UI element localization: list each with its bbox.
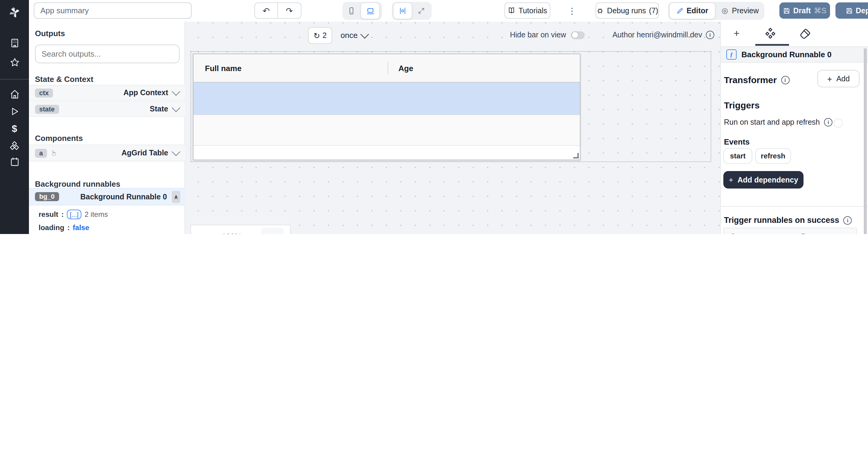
outputs-title: Outputs [35, 29, 65, 38]
editor-tab-label: Editor [687, 7, 708, 15]
app-summary-input[interactable] [34, 2, 192, 19]
debug-runs-label: Debug runs [607, 6, 646, 15]
editor-preview-toggle: Editor Preview [668, 2, 764, 20]
hide-bar-row: Hide bar on view [510, 27, 585, 43]
center-align-button[interactable] [393, 2, 412, 19]
event-refresh-label: refresh [761, 152, 785, 160]
search-outputs-input[interactable] [35, 44, 180, 63]
zoom-out-button[interactable]: − [197, 231, 203, 234]
layout-toggle-group [392, 2, 432, 20]
app-sidebar: $ ⚙ → [0, 0, 29, 234]
trigger-table-header: Component Recompute [724, 228, 857, 234]
app-root: $ ⚙ → ↶ ↷ [0, 0, 868, 234]
chevron-up-icon[interactable]: ∧ [172, 191, 180, 203]
debug-runs-button[interactable]: Debug runs (7) [595, 2, 659, 19]
desktop-view-button[interactable] [361, 2, 380, 19]
tab-components-icon[interactable] [764, 28, 776, 40]
outputs-panel: Outputs State & Context ctx App Context … [29, 22, 185, 234]
column-divider[interactable] [388, 61, 388, 75]
bg0-badge: bg_0 [35, 192, 59, 201]
info-icon[interactable]: i [824, 118, 832, 127]
frequency-value: once [341, 30, 358, 39]
redo-button[interactable]: ↷ [278, 2, 301, 19]
state-type-label: State [150, 105, 168, 113]
info-icon[interactable]: i [781, 76, 789, 84]
schedules-calendar-icon[interactable] [0, 154, 29, 169]
function-icon: ƒ [726, 49, 737, 60]
ctx-type-label: App Context [123, 89, 168, 97]
plus-icon: + [827, 74, 832, 83]
run-on-start-label: Run on start and app refresh [724, 118, 820, 127]
variables-dollar-icon[interactable]: $ [0, 121, 29, 137]
deploy-button[interactable]: Deploy [835, 2, 868, 19]
events-title: Events [724, 137, 749, 146]
output-row-state[interactable]: state State [29, 101, 185, 117]
trigger-success-title: Trigger runnables on success [724, 215, 839, 225]
preview-tab[interactable]: Preview [715, 7, 764, 15]
chevron-down-icon[interactable] [172, 104, 180, 112]
table-row[interactable] [193, 115, 580, 146]
tab-styling-brush-icon[interactable] [799, 28, 811, 40]
event-chip-start[interactable]: start [723, 148, 752, 164]
tab-add-plus-icon[interactable]: + [730, 27, 744, 41]
tutorials-label: Tutorials [519, 6, 547, 15]
zoom-control: − 100% + [190, 225, 290, 234]
expand-button[interactable] [412, 7, 430, 15]
right-panel-scrollbar[interactable] [864, 48, 867, 234]
result-label: result [38, 210, 58, 219]
chevron-down-icon[interactable] [172, 87, 180, 96]
run-on-start-row: Run on start and app refresh i [724, 118, 832, 127]
frequency-dropdown[interactable]: once [341, 27, 368, 43]
chevron-down-icon [361, 30, 369, 38]
runs-play-icon[interactable] [0, 104, 29, 119]
undo-button[interactable]: ↶ [254, 2, 278, 19]
aggrid-table-component[interactable]: Full name Age [193, 54, 581, 160]
add-label: Add [836, 74, 850, 83]
refresh-count-button[interactable]: ↻ 2 [308, 27, 332, 44]
favorites-star-icon[interactable] [0, 54, 29, 70]
hide-bar-toggle[interactable] [571, 31, 585, 39]
table-header-row: Full name Age [193, 54, 580, 82]
output-row-component-a[interactable]: a ☞ AgGrid Table [29, 144, 185, 161]
plus-icon: + [729, 175, 733, 184]
draft-button[interactable]: Draft ⌘S [779, 2, 830, 19]
table-col-fullname[interactable]: Full name [205, 64, 241, 73]
resources-boxes-icon[interactable] [0, 138, 29, 154]
home-icon[interactable] [0, 86, 29, 102]
workspace-icon[interactable] [0, 35, 29, 51]
table-col-age[interactable]: Age [398, 64, 413, 73]
output-row-bg0[interactable]: bg_0 Background Runnable 0 ∧ [29, 188, 185, 205]
bg0-result-row: result : [...] 2 items [38, 210, 108, 219]
output-row-ctx[interactable]: ctx App Context [29, 85, 185, 101]
deploy-label: Deploy [856, 6, 868, 15]
ctx-badge: ctx [35, 88, 53, 97]
tutorials-button[interactable]: Tutorials [504, 2, 550, 19]
info-icon[interactable]: i [844, 216, 852, 224]
resize-handle[interactable] [573, 153, 579, 158]
state-context-title: State & Context [35, 75, 93, 84]
more-menu-kebab-icon[interactable]: ⋮ [567, 2, 577, 19]
recompute-col-label: Recompute [801, 233, 839, 234]
bg0-name-label: Background Runnable 0 [80, 193, 167, 201]
windmill-logo-icon[interactable] [0, 5, 29, 21]
add-transformer-button[interactable]: + Add [817, 70, 860, 87]
components-title: Components [35, 134, 83, 143]
author-row: Author henri@windmill.dev i [613, 27, 714, 43]
info-icon[interactable]: i [706, 31, 714, 39]
chevron-down-icon[interactable] [172, 147, 180, 156]
zoom-in-button[interactable]: + [261, 228, 284, 234]
result-items-label: 2 items [85, 210, 108, 219]
mobile-view-button[interactable] [342, 7, 361, 15]
runnable-settings-panel: + ƒ Background Runnable 0 Transformer i … [720, 22, 868, 234]
device-toggle-group [342, 2, 382, 20]
table-row-selected[interactable] [193, 82, 580, 115]
transformer-header: Transformer i [724, 75, 789, 85]
add-dependency-label: Add dependency [738, 175, 798, 184]
result-expand-chip[interactable]: [...] [67, 210, 82, 219]
bg0-loading-row: loading : false [38, 224, 89, 232]
editor-tab[interactable]: Editor [669, 2, 715, 19]
event-chip-refresh[interactable]: refresh [755, 148, 791, 164]
add-dependency-button[interactable]: + Add dependency [723, 171, 804, 189]
refresh-icon: ↻ [313, 31, 320, 40]
background-runnables-title: Background runnables [35, 179, 120, 189]
